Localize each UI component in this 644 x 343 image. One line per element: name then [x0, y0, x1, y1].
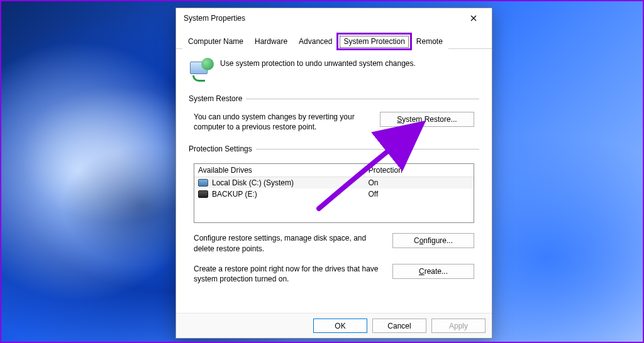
drive-name: Local Disk (C:) (System) — [212, 178, 294, 187]
tab-advanced[interactable]: Advanced — [293, 34, 338, 49]
drive-row[interactable]: Local Disk (C:) (System) On — [194, 177, 474, 188]
drives-table: Available Drives Protection Local Disk (… — [194, 163, 474, 223]
drives-header: Available Drives Protection — [194, 164, 474, 177]
configure-desc: Configure restore settings, manage disk … — [194, 233, 380, 253]
system-properties-dialog: System Properties Computer Name Hardware… — [175, 8, 492, 339]
tab-strip: Computer Name Hardware Advanced System P… — [176, 28, 492, 49]
tab-content: Use system protection to undo unwanted s… — [176, 49, 492, 313]
system-restore-group: System Restore You can undo system chang… — [189, 94, 479, 134]
ok-button[interactable]: OK — [313, 318, 367, 333]
protection-settings-legend: Protection Settings — [189, 144, 256, 153]
disk-icon — [198, 179, 208, 187]
disk-icon — [198, 190, 208, 198]
protection-settings-group: Protection Settings Available Drives Pro… — [189, 144, 479, 286]
drive-row[interactable]: BACKUP (E:) Off — [194, 188, 474, 200]
close-icon — [470, 15, 477, 21]
tab-system-protection[interactable]: System Protection — [338, 34, 410, 49]
drives-body: Local Disk (C:) (System) On BACKUP (E:) … — [194, 177, 474, 222]
drive-protection: On — [364, 178, 474, 187]
intro-row: Use system protection to undo unwanted s… — [189, 58, 479, 83]
apply-button: Apply — [431, 318, 486, 333]
system-restore-button[interactable]: System Restore... — [380, 112, 474, 127]
intro-text: Use system protection to undo unwanted s… — [220, 58, 416, 83]
cancel-button[interactable]: Cancel — [372, 318, 426, 333]
dialog-button-row: OK Cancel Apply — [176, 313, 492, 338]
system-protection-icon — [189, 58, 214, 83]
col-available-drives[interactable]: Available Drives — [194, 164, 365, 177]
drive-name: BACKUP (E:) — [212, 190, 257, 199]
configure-button[interactable]: Configure... — [392, 233, 474, 248]
close-button[interactable] — [459, 9, 488, 28]
col-protection[interactable]: Protection — [365, 164, 474, 177]
tab-remote[interactable]: Remote — [411, 34, 448, 49]
system-restore-legend: System Restore — [189, 94, 246, 103]
system-restore-desc: You can undo system changes by reverting… — [194, 112, 367, 132]
drive-protection: Off — [364, 190, 474, 199]
create-desc: Create a restore point right now for the… — [194, 264, 380, 284]
create-button[interactable]: Create... — [392, 264, 474, 279]
tab-computer-name[interactable]: Computer Name — [182, 34, 249, 49]
window-title: System Properties — [184, 14, 245, 23]
titlebar[interactable]: System Properties — [176, 8, 492, 28]
tab-hardware[interactable]: Hardware — [249, 34, 293, 49]
